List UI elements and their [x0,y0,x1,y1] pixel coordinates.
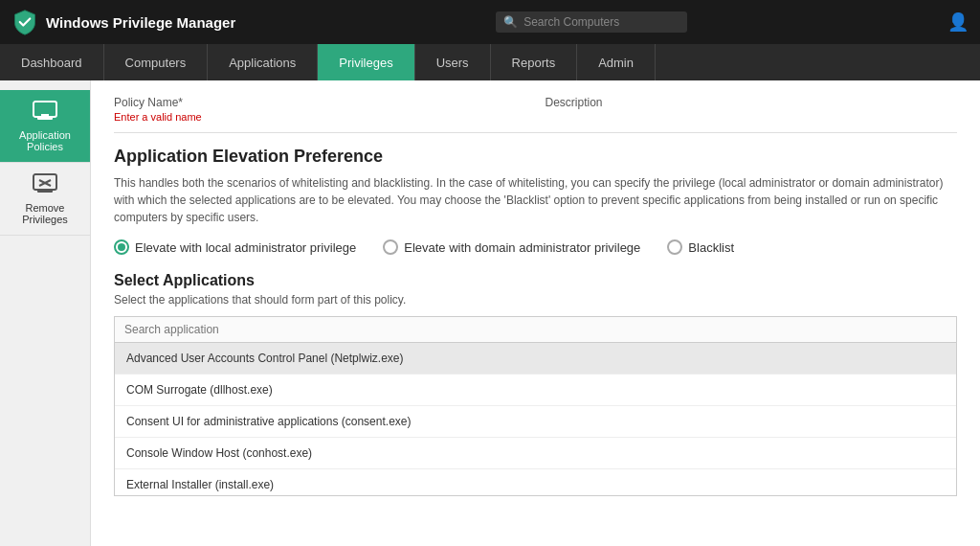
main-layout: Application Policies Remove Privileges P… [0,80,980,546]
nav-admin[interactable]: Admin [577,44,656,80]
form-top-row: Policy Name* Enter a valid name Descript… [114,96,957,133]
search-input[interactable] [523,15,677,29]
search-bar[interactable]: 🔍 [496,11,687,33]
user-controls: 👤 [947,11,969,33]
radio-domain-admin-circle [383,239,398,255]
elevation-radio-group: Elevate with local administrator privile… [114,239,957,255]
policy-name-error: Enter a valid name [114,111,526,123]
radio-local-admin-label: Elevate with local administrator privile… [135,240,356,255]
list-item[interactable]: Console Window Host (conhost.exe) [115,438,956,469]
list-item[interactable]: Consent UI for administrative applicatio… [115,406,956,438]
sidebar-label-application-policies: Application Policies [5,129,85,152]
radio-local-admin[interactable]: Elevate with local administrator privile… [114,239,356,255]
radio-blacklist-circle [667,239,682,255]
nav-computers[interactable]: Computers [104,44,209,80]
nav-applications[interactable]: Applications [208,44,318,80]
nav-reports[interactable]: Reports [491,44,578,80]
main-nav: Dashboard Computers Applications Privile… [0,44,980,80]
svg-rect-1 [37,117,53,120]
shield-icon [11,9,38,35]
search-icon: 🔍 [503,15,518,29]
sidebar-item-remove-privileges[interactable]: Remove Privileges [0,163,90,236]
svg-rect-4 [37,190,53,193]
application-policies-icon [32,100,58,125]
app-list: Advanced User Accounts Control Panel (Ne… [114,343,957,496]
radio-domain-admin-label: Elevate with domain administrator privil… [404,240,640,255]
description-field: Description [546,96,958,123]
sidebar-label-remove-privileges: Remove Privileges [5,202,85,225]
policy-name-field: Policy Name* Enter a valid name [114,96,526,123]
nav-privileges[interactable]: Privileges [318,44,414,80]
svg-rect-2 [41,114,49,117]
select-apps-description: Select the applications that should form… [114,293,957,307]
top-bar: Windows Privilege Manager 🔍 👤 [0,0,980,44]
radio-domain-admin[interactable]: Elevate with domain administrator privil… [383,239,640,255]
remove-privileges-icon [32,172,58,198]
radio-local-admin-circle [114,239,129,255]
nav-dashboard[interactable]: Dashboard [0,44,104,80]
nav-users[interactable]: Users [415,44,491,80]
policy-name-label: Policy Name* [114,96,526,109]
list-item[interactable]: External Installer (install.exe) [115,469,956,496]
app-search-input[interactable] [114,316,957,343]
elevation-title: Application Elevation Preference [114,147,957,167]
app-branding: Windows Privilege Manager [11,9,235,35]
main-content: Policy Name* Enter a valid name Descript… [91,80,980,546]
radio-blacklist[interactable]: Blacklist [667,239,734,255]
description-label: Description [546,96,958,109]
radio-blacklist-label: Blacklist [688,240,734,255]
sidebar: Application Policies Remove Privileges [0,80,91,546]
list-item[interactable]: Advanced User Accounts Control Panel (Ne… [115,343,956,375]
app-title: Windows Privilege Manager [46,14,235,31]
elevation-description: This handles both the scenarios of white… [114,174,957,226]
sidebar-item-application-policies[interactable]: Application Policies [0,90,90,163]
user-icon: 👤 [947,11,969,33]
list-item[interactable]: COM Surrogate (dllhost.exe) [115,375,956,406]
select-apps-title: Select Applications [114,272,957,289]
